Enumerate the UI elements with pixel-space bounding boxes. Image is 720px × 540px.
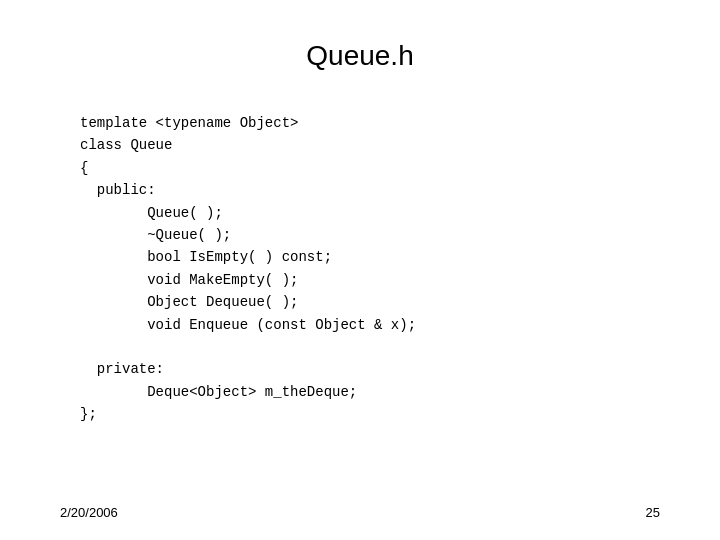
footer-page: 25 [646,505,660,520]
code-content: template <typename Object> class Queue {… [80,112,660,425]
slide-title: Queue.h [60,40,660,72]
slide-footer: 2/20/2006 25 [60,505,660,520]
slide: Queue.h template <typename Object> class… [0,0,720,540]
footer-date: 2/20/2006 [60,505,118,520]
